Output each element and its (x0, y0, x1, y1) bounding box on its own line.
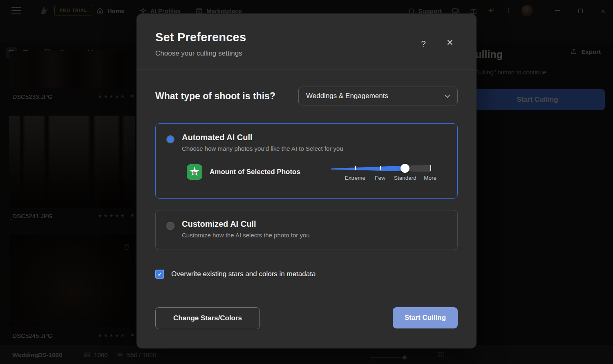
star-badge-icon: ★ 5 (187, 164, 202, 180)
shoot-type-selected-value: Weddings & Engagements (306, 92, 388, 100)
shoot-type-row: What type of shoot is this? Weddings & E… (155, 87, 458, 105)
option-row: Automated AI Cull Choose how many photos… (166, 133, 447, 152)
option-row: Customized AI Cull Customize how the AI … (166, 219, 447, 239)
option-text: Automated AI Cull Choose how many photos… (182, 133, 343, 152)
option-description: Customize how the AI selects the photo f… (182, 232, 310, 239)
selected-photos-row: ★ 5 Amount of Selected Photos Extreme Fe… (166, 162, 447, 182)
overwrite-metadata-checkbox[interactable]: ✓ (155, 270, 164, 279)
set-preferences-dialog: Set Preferences Choose your culling sett… (136, 13, 477, 348)
option-title: Automated AI Cull (182, 133, 343, 142)
shoot-type-select[interactable]: Weddings & Engagements (298, 87, 458, 105)
automated-cull-radio[interactable] (166, 135, 175, 143)
dialog-title: Set Preferences (155, 31, 458, 44)
slider-tick (380, 166, 381, 170)
amount-label: Amount of Selected Photos (210, 168, 300, 176)
tick-label-more[interactable]: More (424, 175, 436, 181)
chevron-down-icon (445, 93, 450, 98)
option-title: Customized AI Cull (182, 219, 310, 229)
tick-label-standard[interactable]: Standard (394, 175, 416, 181)
shoot-type-question: What type of shoot is this? (155, 91, 275, 102)
option-text: Customized AI Cull Customize how the AI … (182, 219, 310, 239)
help-icon[interactable]: ? (418, 39, 428, 49)
customized-ai-cull-card[interactable]: Customized AI Cull Customize how the AI … (155, 210, 458, 250)
tick-label-extreme[interactable]: Extreme (345, 175, 365, 181)
dialog-subtitle: Choose your culling settings (155, 49, 458, 58)
change-stars-colors-button[interactable]: Change Stars/Colors (155, 307, 260, 329)
automated-ai-cull-card[interactable]: Automated AI Cull Choose how many photos… (155, 123, 458, 199)
tick-label-few[interactable]: Few (375, 175, 385, 181)
dialog-footer: Change Stars/Colors Start Culling (136, 293, 477, 348)
slider-handle[interactable] (400, 164, 409, 173)
option-description: Choose how many photos you'd like the AI… (182, 145, 343, 152)
close-icon[interactable]: × (445, 37, 455, 48)
amount-slider[interactable]: Extreme Few Standard More (331, 162, 431, 182)
overwrite-metadata-label: Overwrite existing stars and colors in m… (171, 270, 315, 278)
slider-tick (430, 165, 431, 171)
overwrite-metadata-row: ✓ Overwrite existing stars and colors in… (155, 270, 458, 279)
customized-cull-radio[interactable] (166, 222, 175, 230)
slider-track[interactable] (331, 164, 431, 172)
dialog-body: What type of shoot is this? Weddings & E… (136, 69, 477, 279)
slider-tick (355, 166, 356, 170)
star-badge-value: 5 (187, 170, 202, 175)
dialog-header: Set Preferences Choose your culling sett… (136, 13, 477, 69)
start-culling-button[interactable]: Start Culling (393, 307, 458, 328)
slider-fill (331, 164, 405, 172)
